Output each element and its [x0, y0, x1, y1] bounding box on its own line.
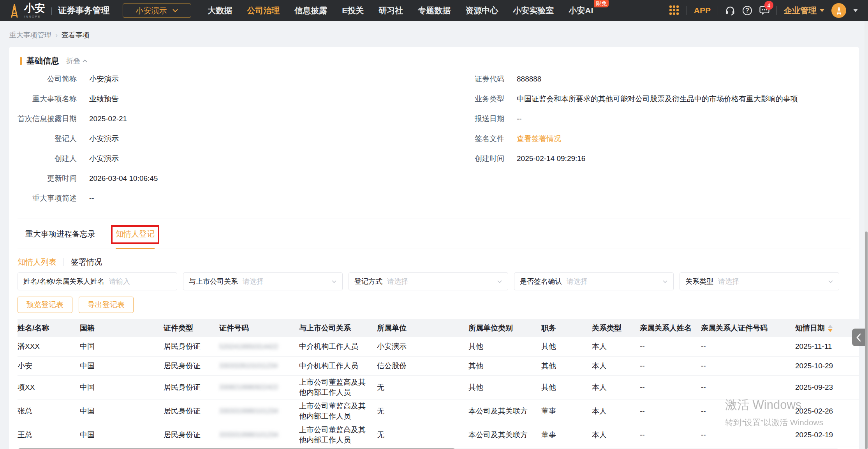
side-panel-toggle[interactable] — [852, 329, 865, 346]
tab-insider-registration-label: 知情人登记 — [116, 229, 155, 239]
table-row: 潘XXX中国居民身份证 5202419950314422 中介机构工作人员小安演… — [18, 337, 859, 356]
subtab-insider-list[interactable]: 知情人列表 — [18, 257, 56, 267]
signature-confirmed-select[interactable]: 是否签名确认 请选择 — [514, 272, 674, 290]
filter-placeholder: 请选择 — [567, 277, 662, 286]
menu-item-topic-data[interactable]: 专题数据 — [418, 5, 451, 16]
field-value: -- — [517, 114, 522, 124]
field-row: 业务类型中国证监会和本所要求的其他可能对公司股票及衍生品中的市场价格有重大影响的… — [453, 88, 850, 108]
field-label: 证券代码 — [469, 74, 504, 84]
tenant-switcher[interactable]: 小安演示 — [123, 4, 191, 18]
collapse-toggle[interactable]: 折叠 — [66, 56, 88, 65]
org-management-dropdown[interactable]: 企业管理 — [784, 5, 824, 16]
field-label: 创建人 — [18, 154, 77, 164]
field-row: 签名文件查看签署情况 — [453, 128, 850, 148]
detail-tabs: 重大事项进程备忘录 知情人登记 — [18, 219, 850, 249]
col-name: 姓名/名称 — [18, 319, 80, 337]
field-label: 签名文件 — [469, 134, 504, 144]
export-register-button[interactable]: 导出登记表 — [79, 297, 134, 313]
breadcrumb-root[interactable]: 重大事项管理 — [9, 30, 51, 40]
field-label: 报送日期 — [469, 114, 504, 124]
field-value: 2025-02-21 — [89, 114, 127, 124]
field-value: 2025-02-14 09:29:16 — [517, 154, 585, 164]
messages-icon[interactable]: 4 — [759, 5, 769, 16]
menu-item-lab[interactable]: 小安实验室 — [513, 5, 554, 16]
vertical-scrollbar-thumb[interactable] — [865, 232, 868, 449]
masked-id-number: 3333319980101234 — [219, 431, 278, 438]
chevron-down-icon — [497, 280, 502, 283]
chevron-down-icon — [820, 9, 824, 12]
chevron-down-icon — [662, 280, 668, 283]
name-filter-input[interactable] — [109, 278, 171, 286]
top-navbar: 小安 INNOPE | 证券事务管理 小安演示 大数据 公司治理 信息披露 E投… — [0, 0, 868, 21]
menu-item-e-ir[interactable]: E投关 — [342, 5, 364, 16]
field-row: 首次信息披露日期2025-02-21 — [18, 108, 453, 128]
relation-type-select[interactable]: 关系类型 请选择 — [680, 272, 839, 290]
free-trial-badge: 限免 — [594, 0, 609, 7]
col-aware-date-label: 知情日期 — [795, 324, 825, 332]
filter-placeholder: 请选择 — [387, 277, 497, 286]
navbar-right: APP ? 4 企业管理 — [669, 3, 858, 18]
name-filter[interactable]: 姓名/名称/亲属关系人姓名 — [18, 272, 177, 290]
tenant-name: 小安演示 — [136, 5, 167, 16]
col-relative-name: 亲属关系人姓名 — [640, 319, 701, 337]
fields-left-column: 公司简称小安演示 重大事项名称业绩预告 首次信息披露日期2025-02-21 登… — [18, 69, 453, 208]
fields-right-column: 证券代码888888 业务类型中国证监会和本所要求的其他可能对公司股票及衍生品中… — [453, 69, 850, 208]
filter-label: 与上市公司关系 — [189, 277, 238, 286]
app-logo[interactable]: 小安 INNOPE — [9, 3, 45, 18]
product-name: 证券事务管理 — [58, 5, 109, 16]
filter-bar: 姓名/名称/亲属关系人姓名 与上市公司关系 请选择 登记方式 请选择 是否签名确… — [18, 272, 850, 290]
field-row: 公司简称小安演示 — [18, 69, 453, 88]
avatar-logo-icon — [836, 6, 842, 15]
filter-label: 姓名/名称/亲属关系人姓名 — [23, 277, 104, 286]
field-label: 更新时间 — [18, 173, 77, 184]
help-icon[interactable]: ? — [742, 5, 752, 16]
menu-item-info-disclosure[interactable]: 信息披露 — [294, 5, 327, 16]
field-value: 中国证监会和本所要求的其他可能对公司股票及衍生品中的市场价格有重大影响的事项 — [517, 94, 798, 104]
chevron-down-icon[interactable] — [853, 9, 858, 12]
derrick-logo-icon — [9, 3, 20, 18]
registration-method-select[interactable]: 登记方式 请选择 — [349, 272, 508, 290]
breadcrumb: 重大事项管理 › 查看事项 — [0, 21, 868, 47]
col-relative-id-number: 亲属关系人证件号码 — [701, 319, 795, 337]
field-row: 更新时间2026-03-04 10:06:45 — [18, 168, 453, 188]
tab-progress-memo[interactable]: 重大事项进程备忘录 — [25, 219, 95, 249]
menu-item-big-data[interactable]: 大数据 — [208, 5, 232, 16]
divider — [63, 258, 64, 266]
app-download-link[interactable]: APP — [694, 6, 711, 15]
relation-to-company-select[interactable]: 与上市公司关系 请选择 — [183, 272, 343, 290]
headset-support-icon[interactable] — [725, 5, 735, 16]
tab-insider-registration[interactable]: 知情人登记 — [116, 219, 155, 249]
collapse-label: 折叠 — [66, 56, 80, 65]
col-aware-date[interactable]: 知情日期 — [795, 319, 859, 337]
field-value: -- — [89, 193, 94, 203]
divider: | — [51, 6, 53, 15]
col-id-number: 证件号码 — [219, 319, 299, 337]
vertical-scrollbar[interactable] — [864, 21, 868, 449]
sort-icon[interactable] — [828, 325, 833, 332]
field-value: 小安演示 — [89, 74, 119, 84]
masked-id-number: 3303319980101234 — [219, 407, 278, 415]
divider — [718, 6, 718, 15]
menu-item-resource-center[interactable]: 资源中心 — [465, 5, 498, 16]
basic-info-fields: 公司简称小安演示 重大事项名称业绩预告 首次信息披露日期2025-02-21 登… — [18, 69, 850, 208]
chevron-up-icon — [82, 59, 88, 63]
field-label: 首次信息披露日期 — [18, 114, 77, 124]
field-label: 创建时间 — [469, 154, 504, 164]
user-avatar[interactable] — [831, 3, 846, 18]
divider — [687, 6, 687, 15]
filter-placeholder: 请选择 — [243, 277, 331, 286]
view-signature-link[interactable]: 查看签署情况 — [517, 134, 561, 144]
menu-item-corporate-governance[interactable]: 公司治理 — [247, 5, 280, 16]
notification-count-badge: 4 — [764, 1, 773, 10]
menu-item-research-club[interactable]: 研习社 — [379, 5, 403, 16]
preview-register-button[interactable]: 预览登记表 — [18, 297, 72, 313]
active-tab-underline — [116, 248, 155, 249]
col-nationality: 国籍 — [80, 319, 164, 337]
subtab-signature-status[interactable]: 签署情况 — [71, 257, 102, 267]
table-header-row: 姓名/名称 国籍 证件类型 证件号码 与上市公司关系 所属单位 所属单位类别 职… — [18, 319, 859, 337]
field-row: 重大事项名称业绩预告 — [18, 88, 453, 108]
apps-grid-icon[interactable] — [669, 5, 680, 16]
menu-item-ai[interactable]: 小安AI 限免 — [569, 5, 593, 16]
filter-label: 是否签名确认 — [520, 277, 562, 286]
breadcrumb-separator-icon: › — [55, 31, 58, 39]
